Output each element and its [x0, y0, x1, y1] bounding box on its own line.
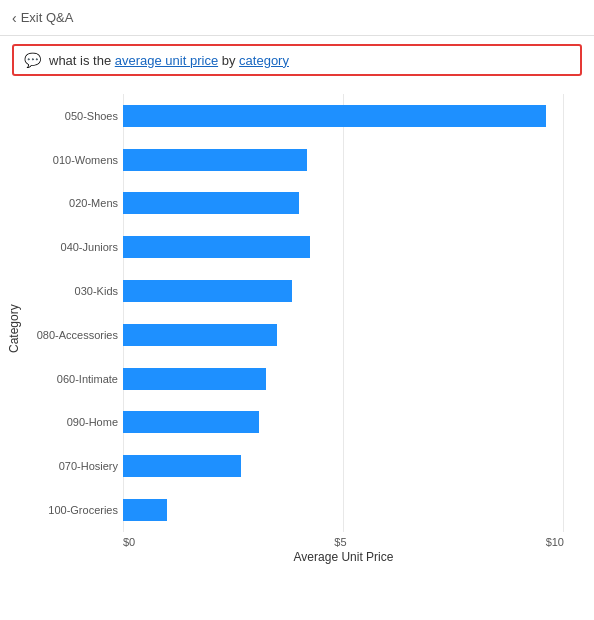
bar-label: 100-Groceries — [28, 504, 118, 516]
bar-row: 050-Shoes — [123, 100, 564, 132]
query-text: what is the average unit price by catego… — [49, 53, 289, 68]
x-axis: $0$5$10 — [28, 532, 584, 548]
bar-label: 030-Kids — [28, 285, 118, 297]
bar-label: 040-Juniors — [28, 241, 118, 253]
bar-row: 100-Groceries — [123, 494, 564, 526]
bar — [123, 236, 310, 258]
bar-label: 050-Shoes — [28, 110, 118, 122]
bar-label: 080-Accessories — [28, 329, 118, 341]
query-box[interactable]: 💬 what is the average unit price by cate… — [12, 44, 582, 76]
bar-row: 080-Accessories — [123, 319, 564, 351]
bar — [123, 455, 241, 477]
bar-row: 030-Kids — [123, 275, 564, 307]
bars-area: 050-Shoes010-Womens020-Mens040-Juniors03… — [28, 94, 584, 532]
chart-inner: 050-Shoes010-Womens020-Mens040-Juniors03… — [24, 94, 584, 564]
bar-row: 070-Hosiery — [123, 450, 564, 482]
bar — [123, 192, 299, 214]
bar — [123, 411, 259, 433]
bar-label: 060-Intimate — [28, 373, 118, 385]
bar — [123, 499, 167, 521]
y-axis-label: Category — [4, 94, 24, 564]
chat-icon: 💬 — [24, 52, 41, 68]
bar-row: 040-Juniors — [123, 231, 564, 263]
x-tick: $10 — [546, 536, 564, 548]
bar-row: 090-Home — [123, 406, 564, 438]
exit-label: Exit Q&A — [21, 10, 74, 25]
back-button[interactable]: ‹ Exit Q&A — [12, 10, 73, 26]
bar-row: 020-Mens — [123, 187, 564, 219]
bar — [123, 280, 292, 302]
bar — [123, 368, 266, 390]
query-underline-category: category — [239, 53, 289, 68]
chart-container: Category 050-Shoes010-Womens020-Mens040-… — [0, 84, 594, 574]
bar-label: 070-Hosiery — [28, 460, 118, 472]
bar-label: 010-Womens — [28, 154, 118, 166]
query-underline-price: average unit price — [115, 53, 218, 68]
bar-label: 020-Mens — [28, 197, 118, 209]
bar — [123, 324, 277, 346]
x-axis-label: Average Unit Price — [28, 550, 584, 564]
header: ‹ Exit Q&A — [0, 0, 594, 36]
bar-row: 060-Intimate — [123, 363, 564, 395]
bar-label: 090-Home — [28, 416, 118, 428]
x-tick: $0 — [123, 536, 135, 548]
bar — [123, 105, 546, 127]
bar-row: 010-Womens — [123, 144, 564, 176]
bar — [123, 149, 307, 171]
x-tick: $5 — [334, 536, 346, 548]
back-arrow-icon: ‹ — [12, 10, 17, 26]
